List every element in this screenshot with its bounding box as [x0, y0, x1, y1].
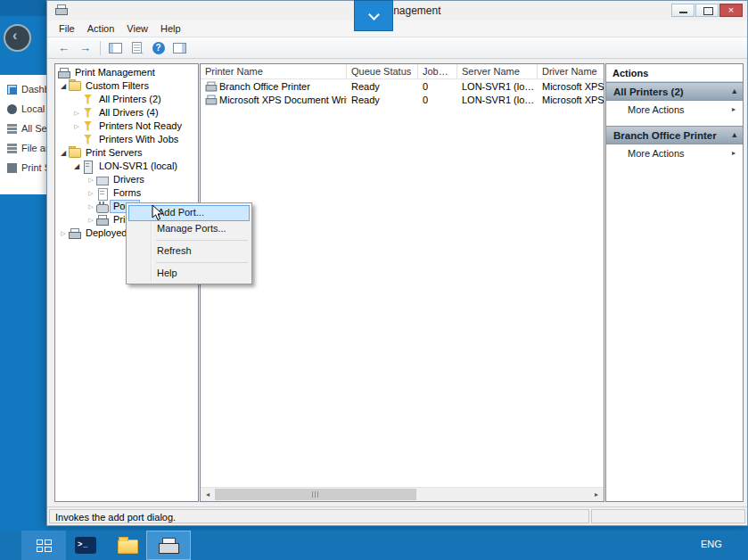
collapsed-icon[interactable]: [86, 200, 96, 213]
collapsed-icon[interactable]: [86, 173, 96, 186]
submenu-arrow-icon: [732, 149, 736, 157]
menu-item-add-port[interactable]: Add Port...: [128, 205, 250, 221]
tree-item-label: LON-SVR1 (local): [96, 161, 180, 172]
actions-pane: Actions All Printers (2) More Actions Br…: [605, 63, 744, 502]
more-actions-button[interactable]: More Actions: [606, 144, 743, 162]
printer-icon: [69, 228, 80, 239]
taskbar-file-explorer[interactable]: [111, 531, 144, 560]
taskbar-powershell[interactable]: [70, 531, 102, 560]
printer-icon: [206, 95, 217, 104]
help-icon: ?: [152, 42, 165, 54]
toolbar-separator: [100, 41, 101, 55]
tree-item-printers-not-ready[interactable]: Printers Not Ready: [55, 119, 198, 133]
filter-icon: [82, 135, 94, 145]
tree-item-print-servers[interactable]: Print Servers: [55, 146, 198, 160]
tree-item-print-management[interactable]: Print Management: [55, 66, 198, 79]
sidebar-item-local-server[interactable]: Local Server: [0, 99, 46, 119]
menu-file[interactable]: File: [53, 21, 81, 36]
sidebar-item-dashboard[interactable]: Dashboard: [0, 79, 46, 99]
tree-item-label: Printers Not Ready: [96, 120, 185, 132]
notifications-chevron-button[interactable]: [354, 0, 393, 31]
tree-item-lon-svr1[interactable]: LON-SVR1 (local): [55, 160, 198, 173]
expanded-icon[interactable]: [58, 79, 69, 93]
scrollbar-thumb[interactable]: [215, 489, 416, 500]
tree-item-drivers[interactable]: Drivers: [55, 173, 198, 186]
minimize-button[interactable]: [671, 4, 695, 17]
back-button[interactable]: ←: [54, 39, 73, 56]
taskbar-print-management[interactable]: [146, 531, 191, 560]
action-pane-icon: [173, 43, 186, 54]
close-button[interactable]: [719, 4, 743, 17]
menu-item-manage-ports[interactable]: Manage Ports...: [128, 221, 250, 237]
server-manager-back-button[interactable]: [4, 24, 31, 52]
collapse-icon[interactable]: [732, 86, 736, 95]
help-button[interactable]: ?: [149, 39, 168, 56]
column-header-server-name[interactable]: Server Name: [457, 64, 538, 78]
print-services-icon: [7, 163, 17, 173]
forward-button[interactable]: →: [76, 39, 95, 56]
column-header-queue-status[interactable]: Queue Status: [347, 64, 418, 78]
title-bar[interactable]: Print Management: [47, 1, 747, 21]
file-storage-icon: [7, 144, 17, 153]
menu-action[interactable]: Action: [81, 21, 121, 36]
horizontal-scrollbar[interactable]: [201, 487, 604, 501]
show-action-pane-button[interactable]: [170, 39, 189, 56]
collapse-icon[interactable]: [732, 130, 736, 139]
actions-section-branch-office-printer[interactable]: Branch Office Printer: [606, 126, 743, 144]
actions-section-all-printers[interactable]: All Printers (2): [606, 82, 743, 101]
taskbar: ENG: [0, 531, 748, 560]
expanded-icon[interactable]: [58, 146, 69, 160]
server-manager-nav: Dashboard Local Server All Servers File …: [0, 75, 46, 194]
tree-item-label: Custom Filters: [83, 80, 152, 92]
list-header: Printer Name Queue Status Jobs In Queue …: [201, 64, 604, 79]
menu-view[interactable]: View: [120, 21, 154, 36]
column-header-jobs-in-queue[interactable]: Jobs In Queue: [418, 64, 457, 78]
menu-help[interactable]: Help: [154, 21, 187, 36]
cell-jobs: 0: [418, 81, 457, 92]
menu-separator: [156, 240, 248, 241]
windows-logo-icon: [37, 539, 52, 552]
sidebar-item-all-servers[interactable]: All Servers: [0, 119, 46, 138]
menu-item-refresh[interactable]: Refresh: [128, 243, 250, 259]
collapsed-icon[interactable]: [71, 106, 82, 119]
tree-item-label: Drivers: [111, 174, 147, 185]
printer-icon: [96, 215, 108, 226]
scroll-left-icon[interactable]: [201, 488, 215, 501]
sidebar-item-label: File and Storage Services: [21, 143, 46, 153]
collapsed-icon[interactable]: [86, 213, 96, 226]
chevron-down-icon: [368, 9, 380, 21]
export-list-button[interactable]: [127, 39, 146, 56]
table-row[interactable]: Branch Office Printer Ready 0 LON-SVR1 (…: [201, 79, 604, 93]
collapsed-icon[interactable]: [71, 119, 82, 133]
more-actions-button[interactable]: More Actions: [606, 101, 743, 119]
tree-item-forms[interactable]: Forms: [55, 186, 198, 200]
table-row[interactable]: Microsoft XPS Document Writer Ready 0 LO…: [201, 93, 604, 106]
tree-item-printers-with-jobs[interactable]: Printers With Jobs: [55, 133, 198, 146]
local-server-icon: [7, 104, 17, 114]
filter-icon: [82, 108, 94, 119]
ports-icon: [96, 202, 108, 212]
column-header-printer-name[interactable]: Printer Name: [201, 64, 347, 78]
tree-item-label: Printers With Jobs: [96, 134, 181, 145]
tree-item-label: Print Management: [72, 67, 158, 78]
maximize-button[interactable]: [695, 4, 719, 17]
tree-item-all-printers[interactable]: All Printers (2): [55, 93, 198, 106]
language-indicator[interactable]: ENG: [701, 539, 722, 549]
start-button[interactable]: [21, 531, 66, 560]
column-header-driver-name[interactable]: Driver Name: [538, 64, 604, 78]
all-servers-icon: [7, 124, 17, 134]
tree-item-all-drivers[interactable]: All Drivers (4): [55, 106, 198, 119]
export-list-icon: [132, 42, 142, 54]
folder-icon: [118, 539, 138, 554]
collapsed-icon[interactable]: [58, 226, 69, 240]
tree-item-custom-filters[interactable]: Custom Filters: [55, 79, 198, 93]
show-console-tree-button[interactable]: [106, 39, 125, 56]
collapsed-icon[interactable]: [86, 186, 96, 200]
desktop: Dashboard Local Server All Servers File …: [0, 0, 748, 560]
sidebar-item-file-storage[interactable]: File and Storage Services: [0, 138, 46, 158]
sidebar-item-print-services[interactable]: Print Services: [0, 158, 46, 177]
menu-item-help[interactable]: Help: [128, 266, 250, 282]
tree-item-label: Forms: [111, 187, 144, 199]
expanded-icon[interactable]: [71, 160, 82, 173]
scroll-right-icon[interactable]: [589, 488, 604, 501]
